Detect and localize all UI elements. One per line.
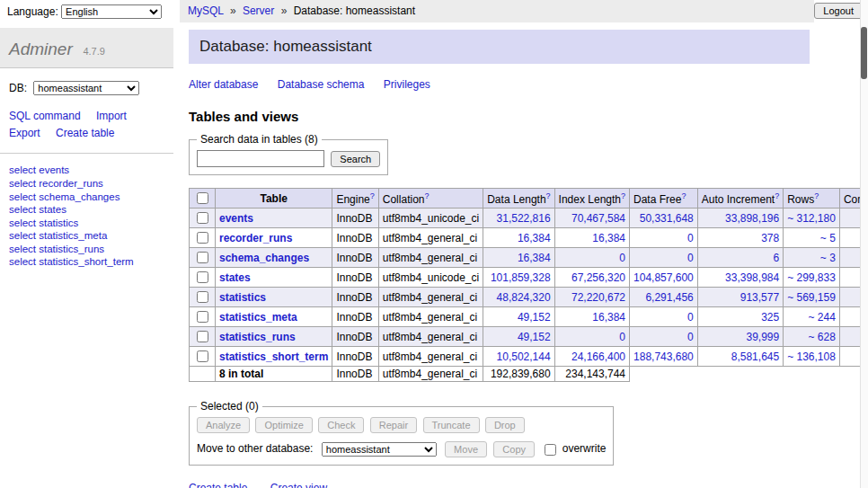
table-link[interactable]: states bbox=[219, 271, 251, 284]
breadcrumb-mysql-link[interactable]: MySQL bbox=[188, 4, 224, 17]
help-link[interactable]: ? bbox=[424, 191, 429, 200]
index-length-link[interactable]: 24,166,400 bbox=[571, 350, 625, 363]
help-link[interactable]: ? bbox=[775, 191, 779, 200]
alter-database-link[interactable]: Alter database bbox=[189, 78, 258, 91]
help-link[interactable]: ? bbox=[546, 191, 551, 200]
data-length-link[interactable]: 49,152 bbox=[518, 331, 551, 343]
index-length-link[interactable]: 0 bbox=[619, 331, 625, 343]
row-checkbox[interactable] bbox=[197, 232, 208, 244]
auto-increment-link[interactable]: 325 bbox=[761, 311, 779, 324]
index-length-link[interactable]: 67,256,320 bbox=[571, 271, 625, 284]
row-checkbox[interactable] bbox=[197, 311, 208, 323]
truncate-button[interactable]: Truncate bbox=[423, 417, 480, 433]
row-checkbox[interactable] bbox=[197, 291, 208, 303]
table-link[interactable]: statistics bbox=[219, 291, 266, 304]
search-button[interactable]: Search bbox=[331, 151, 380, 167]
select-states-link[interactable]: select states bbox=[9, 204, 66, 215]
data-free-link[interactable]: 50,331,648 bbox=[640, 212, 694, 225]
data-free-link[interactable]: 104,857,600 bbox=[633, 271, 694, 284]
create-table-link[interactable]: Create table bbox=[189, 482, 247, 488]
select-recorder-runs-link[interactable]: select recorder_runs bbox=[9, 178, 103, 189]
logout-button[interactable]: Logout bbox=[814, 3, 863, 19]
select-events-link[interactable]: select events bbox=[9, 164, 69, 175]
search-input[interactable] bbox=[197, 150, 324, 167]
auto-increment-link[interactable]: 6 bbox=[773, 252, 779, 264]
data-length-link[interactable]: 10,502,144 bbox=[497, 350, 551, 363]
scrollbar-thumb[interactable] bbox=[861, 27, 867, 79]
index-length-link[interactable]: 70,467,584 bbox=[571, 212, 625, 225]
analyze-button[interactable]: Analyze bbox=[197, 417, 250, 433]
table-link[interactable]: statistics_short_term bbox=[219, 350, 328, 363]
help-link[interactable]: ? bbox=[370, 191, 375, 200]
repair-button[interactable]: Repair bbox=[370, 417, 417, 433]
auto-increment-link[interactable]: 39,999 bbox=[746, 331, 779, 343]
create-table-link-sidebar[interactable]: Create table bbox=[56, 127, 114, 139]
data-free-link[interactable]: 6,291,456 bbox=[645, 291, 693, 304]
index-length-link[interactable]: 0 bbox=[619, 252, 625, 264]
adminer-logo[interactable]: Adminer bbox=[9, 40, 73, 58]
data-length-link[interactable]: 49,152 bbox=[518, 311, 551, 324]
optimize-button[interactable]: Optimize bbox=[255, 417, 312, 433]
copy-button[interactable]: Copy bbox=[493, 441, 535, 457]
index-length-link[interactable]: 16,384 bbox=[592, 232, 625, 244]
help-link[interactable]: ? bbox=[814, 191, 819, 200]
data-length-link[interactable]: 31,522,816 bbox=[497, 212, 551, 225]
sql-command-link[interactable]: SQL command bbox=[9, 110, 81, 122]
table-link[interactable]: statistics_meta bbox=[219, 311, 297, 324]
select-statistics-meta-link[interactable]: select statistics_meta bbox=[9, 230, 107, 241]
auto-increment-link[interactable]: 8,581,645 bbox=[731, 350, 779, 363]
help-link[interactable]: ? bbox=[621, 191, 625, 200]
move-button[interactable]: Move bbox=[445, 441, 487, 457]
data-free-link[interactable]: 0 bbox=[687, 252, 694, 264]
select-statistics-link[interactable]: select statistics bbox=[9, 217, 78, 228]
data-free-link[interactable]: 188,743,680 bbox=[633, 350, 694, 363]
check-button[interactable]: Check bbox=[318, 417, 364, 433]
rows-link[interactable]: ~ 299,833 bbox=[787, 271, 836, 284]
data-free-link[interactable]: 0 bbox=[687, 311, 694, 324]
move-db-select[interactable]: homeassistant bbox=[322, 442, 437, 457]
data-length-link[interactable]: 101,859,328 bbox=[491, 271, 551, 284]
select-all-checkbox[interactable] bbox=[197, 192, 208, 204]
rows-link[interactable]: ~ 312,180 bbox=[787, 212, 836, 225]
rows-link[interactable]: ~ 569,159 bbox=[787, 291, 836, 304]
create-view-link[interactable]: Create view bbox=[270, 482, 327, 488]
row-checkbox[interactable] bbox=[197, 331, 208, 342]
overwrite-checkbox[interactable] bbox=[545, 444, 556, 456]
language-select[interactable]: English bbox=[61, 4, 162, 19]
import-link[interactable]: Import bbox=[96, 110, 127, 122]
rows-link[interactable]: ~ 5 bbox=[820, 232, 836, 244]
rows-link[interactable]: ~ 136,108 bbox=[787, 350, 836, 363]
db-select[interactable]: homeassistant bbox=[33, 81, 139, 95]
database-schema-link[interactable]: Database schema bbox=[278, 78, 365, 91]
row-checkbox[interactable] bbox=[197, 350, 208, 362]
export-link[interactable]: Export bbox=[9, 127, 40, 139]
data-length-link[interactable]: 16,384 bbox=[518, 232, 551, 244]
select-statistics-runs-link[interactable]: select statistics_runs bbox=[9, 244, 104, 254]
row-checkbox[interactable] bbox=[197, 212, 208, 224]
data-free-link[interactable]: 0 bbox=[687, 331, 694, 343]
auto-increment-link[interactable]: 378 bbox=[761, 232, 779, 244]
rows-link[interactable]: ~ 628 bbox=[809, 331, 836, 343]
rows-link[interactable]: ~ 3 bbox=[820, 252, 836, 264]
auto-increment-link[interactable]: 33,898,196 bbox=[725, 212, 779, 225]
select-schema-changes-link[interactable]: select schema_changes bbox=[9, 191, 120, 202]
rows-link[interactable]: ~ 244 bbox=[809, 311, 836, 324]
privileges-link[interactable]: Privileges bbox=[384, 78, 430, 91]
table-link[interactable]: schema_changes bbox=[219, 252, 309, 264]
table-link[interactable]: recorder_runs bbox=[219, 232, 292, 244]
table-link[interactable]: statistics_runs bbox=[219, 331, 296, 343]
auto-increment-link[interactable]: 913,577 bbox=[740, 291, 779, 304]
data-free-link[interactable]: 0 bbox=[687, 232, 694, 244]
drop-button[interactable]: Drop bbox=[485, 417, 525, 433]
data-length-link[interactable]: 48,824,320 bbox=[497, 291, 551, 304]
index-length-link[interactable]: 72,220,672 bbox=[571, 291, 625, 304]
data-length-link[interactable]: 16,384 bbox=[518, 252, 551, 264]
help-link[interactable]: ? bbox=[681, 191, 686, 200]
row-checkbox[interactable] bbox=[197, 271, 208, 283]
vertical-scrollbar[interactable] bbox=[860, 0, 868, 488]
index-length-link[interactable]: 16,384 bbox=[592, 311, 625, 324]
select-statistics-short-term-link[interactable]: select statistics_short_term bbox=[9, 256, 134, 267]
table-link[interactable]: events bbox=[219, 212, 253, 225]
breadcrumb-server-link[interactable]: Server bbox=[243, 4, 274, 17]
row-checkbox[interactable] bbox=[197, 252, 208, 263]
